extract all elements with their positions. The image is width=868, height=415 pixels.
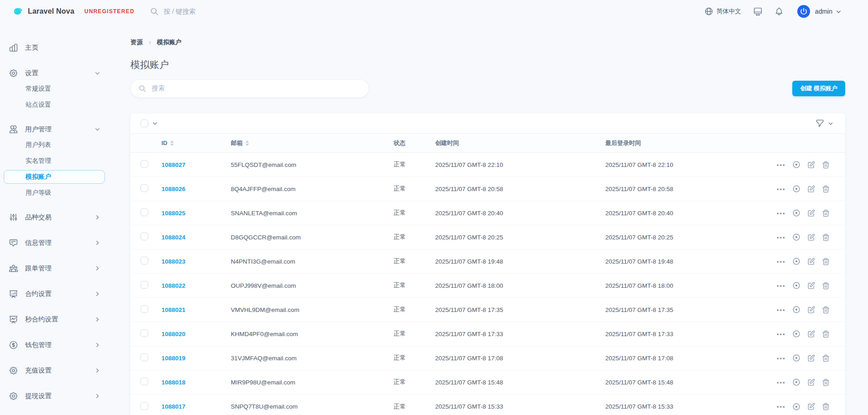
- sidebar-group-settings[interactable]: 设置: [4, 66, 105, 80]
- row-checkbox[interactable]: [140, 184, 148, 192]
- row-checkbox[interactable]: [140, 208, 148, 216]
- row-checkbox[interactable]: [140, 353, 148, 361]
- row-id-link[interactable]: 1088021: [161, 306, 186, 313]
- row-more-actions-icon[interactable]: •••: [777, 403, 786, 410]
- delete-icon[interactable]: [821, 330, 830, 338]
- view-icon[interactable]: [792, 305, 801, 314]
- row-more-actions-icon[interactable]: •••: [777, 234, 786, 241]
- delete-icon[interactable]: [821, 185, 830, 193]
- row-checkbox[interactable]: [140, 160, 148, 168]
- sidebar-item-home[interactable]: 主页: [4, 40, 105, 55]
- edit-icon[interactable]: [807, 330, 816, 338]
- row-more-actions-icon[interactable]: •••: [777, 306, 786, 313]
- edit-icon[interactable]: [807, 209, 816, 218]
- row-id-link[interactable]: 1088017: [161, 403, 186, 410]
- search-icon: [150, 7, 159, 16]
- sidebar-group-info-management[interactable]: 信息管理: [4, 235, 105, 250]
- view-icon[interactable]: [792, 160, 801, 169]
- global-search-input[interactable]: 按 / 键搜索: [150, 7, 196, 16]
- sort-icon[interactable]: [170, 140, 174, 146]
- resource-search-input[interactable]: 搜索: [130, 79, 369, 98]
- sidebar-item-demo-accounts[interactable]: 模拟账户: [4, 170, 105, 184]
- sidebar-group-user-management[interactable]: 用户管理: [4, 122, 105, 136]
- row-more-actions-icon[interactable]: •••: [777, 186, 786, 192]
- view-icon[interactable]: [792, 329, 801, 338]
- edit-icon[interactable]: [807, 306, 816, 314]
- delete-icon[interactable]: [821, 306, 830, 314]
- locale-switcher[interactable]: 简体中文: [704, 7, 741, 16]
- sidebar-group-wallet-management[interactable]: 钱包管理: [4, 337, 105, 352]
- row-id-link[interactable]: 1088019: [161, 355, 186, 362]
- brand[interactable]: Laravel Nova UNREGISTERED: [11, 5, 135, 18]
- row-more-actions-icon[interactable]: •••: [777, 282, 786, 289]
- view-icon[interactable]: [792, 257, 801, 266]
- view-icon[interactable]: [792, 281, 801, 290]
- theme-toggle-button[interactable]: [753, 7, 763, 16]
- sort-icon[interactable]: [245, 140, 249, 146]
- sidebar-item-user-list[interactable]: 用户列表: [4, 138, 105, 152]
- row-checkbox[interactable]: [140, 257, 148, 265]
- sidebar-item-site-settings[interactable]: 站点设置: [4, 98, 105, 112]
- row-checkbox[interactable]: [140, 281, 148, 289]
- row-checkbox[interactable]: [140, 402, 148, 410]
- sidebar-item-user-levels[interactable]: 用户等级: [4, 186, 105, 200]
- create-resource-button[interactable]: 创建 模拟账户: [792, 81, 845, 96]
- row-checkbox[interactable]: [140, 329, 148, 337]
- row-id-link[interactable]: 1088026: [161, 186, 186, 192]
- delete-icon[interactable]: [821, 354, 830, 363]
- delete-icon[interactable]: [821, 402, 830, 411]
- delete-icon[interactable]: [821, 378, 830, 387]
- row-more-actions-icon[interactable]: •••: [777, 258, 786, 265]
- row-id-link[interactable]: 1088022: [161, 282, 186, 289]
- user-menu[interactable]: admin: [797, 5, 842, 18]
- delete-icon[interactable]: [821, 161, 830, 169]
- sidebar-group-copy-trading[interactable]: 跟单管理: [4, 261, 105, 275]
- sidebar-group-contract-settings[interactable]: 合约设置: [4, 286, 105, 301]
- view-icon[interactable]: [792, 378, 801, 387]
- edit-icon[interactable]: [807, 378, 816, 387]
- edit-icon[interactable]: [807, 161, 816, 169]
- row-id-link[interactable]: 1088025: [161, 210, 186, 217]
- edit-icon[interactable]: [807, 402, 816, 411]
- view-icon[interactable]: [792, 184, 801, 193]
- edit-icon[interactable]: [807, 185, 816, 193]
- sidebar-item-general-settings[interactable]: 常规设置: [4, 82, 105, 96]
- view-icon[interactable]: [792, 208, 801, 218]
- view-icon[interactable]: [792, 402, 801, 411]
- breadcrumb-resources[interactable]: 资源: [130, 38, 143, 47]
- row-id-link[interactable]: 1088027: [161, 161, 186, 168]
- edit-icon[interactable]: [807, 257, 816, 266]
- column-header-id[interactable]: ID: [161, 140, 231, 146]
- column-header-email[interactable]: 邮箱: [231, 139, 394, 147]
- row-id-link[interactable]: 1088023: [161, 258, 186, 265]
- delete-icon[interactable]: [821, 257, 830, 266]
- view-icon[interactable]: [792, 233, 801, 242]
- row-more-actions-icon[interactable]: •••: [777, 161, 786, 168]
- row-more-actions-icon[interactable]: •••: [777, 210, 786, 217]
- select-all-dropdown-icon[interactable]: [152, 120, 158, 126]
- view-icon[interactable]: [792, 353, 801, 363]
- delete-icon[interactable]: [821, 233, 830, 242]
- row-checkbox[interactable]: [140, 233, 148, 240]
- edit-icon[interactable]: [807, 281, 816, 290]
- row-more-actions-icon[interactable]: •••: [777, 355, 786, 362]
- row-more-actions-icon[interactable]: •••: [777, 331, 786, 337]
- delete-icon[interactable]: [821, 281, 830, 290]
- edit-icon[interactable]: [807, 233, 816, 242]
- notifications-button[interactable]: [774, 7, 784, 16]
- sidebar-group-withdrawal-settings[interactable]: 提现设置: [4, 389, 105, 403]
- sidebar-group-symbol-trading[interactable]: 品种交易: [4, 210, 105, 224]
- filter-dropdown[interactable]: [816, 119, 833, 128]
- row-id-link[interactable]: 1088018: [161, 379, 186, 386]
- sidebar-group-deposit-settings[interactable]: 充值设置: [4, 363, 105, 378]
- row-checkbox[interactable]: [140, 378, 148, 385]
- delete-icon[interactable]: [821, 209, 830, 218]
- sidebar-item-kyc-management[interactable]: 实名管理: [4, 154, 105, 168]
- edit-icon[interactable]: [807, 354, 816, 363]
- row-id-link[interactable]: 1088020: [161, 331, 186, 337]
- row-id-link[interactable]: 1088024: [161, 234, 186, 241]
- row-more-actions-icon[interactable]: •••: [777, 379, 786, 386]
- row-checkbox[interactable]: [140, 305, 148, 313]
- sidebar-group-second-contract-settings[interactable]: 秒合约设置: [4, 312, 105, 327]
- select-all-checkbox[interactable]: [140, 119, 148, 127]
